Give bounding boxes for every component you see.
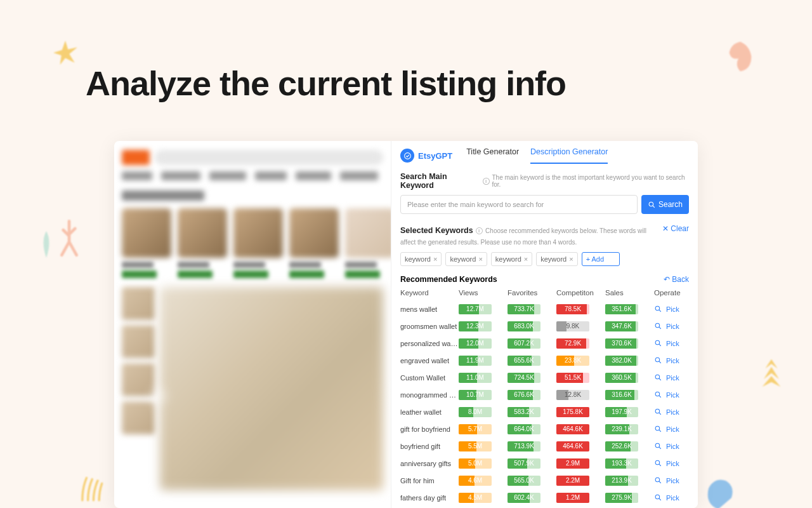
svg-line-2 [653,206,655,208]
keyword-cell: groomsmen wallet [400,323,459,330]
search-icon[interactable] [654,391,662,399]
table-row: fathers day gift4.5M602.4K1.2M275.9KPick [400,489,689,506]
svg-point-23 [655,478,660,482]
keyword-cell: Custom Wallet [400,374,459,382]
keyword-cell: mens wallet [400,305,459,313]
svg-point-0 [404,152,410,159]
close-icon: ✕ [662,224,669,233]
pick-button[interactable]: Pick [666,425,679,433]
table-row: leather wallet8.0M583.2K175.8K197.9KPick [400,403,689,420]
back-button[interactable]: ↶ Back [664,275,689,284]
pick-button[interactable]: Pick [666,460,679,467]
add-keyword-input[interactable]: + Add [582,252,620,266]
search-icon[interactable] [654,476,662,485]
svg-point-19 [655,443,660,448]
keyword-cell: fathers day gift [400,494,459,502]
pick-button[interactable]: Pick [666,408,679,416]
search-icon[interactable] [654,493,662,502]
tab-title-generator[interactable]: Title Generator [466,147,519,164]
svg-line-22 [659,464,661,466]
keyword-chip[interactable]: keyword× [400,252,442,266]
svg-point-21 [655,460,660,465]
pick-button[interactable]: Pick [666,374,679,382]
keyword-chip[interactable]: keyword× [445,252,487,266]
svg-line-10 [659,361,661,363]
table-row: boyfriend gift5.5M713.9K464.6K252.6KPick [400,438,689,455]
search-icon[interactable] [654,373,662,382]
keyword-cell: personalized wallet [400,340,459,347]
search-label: Search Main Keyword i The main keyword i… [400,172,689,190]
pick-button[interactable]: Pick [666,477,679,485]
svg-line-16 [659,413,661,415]
search-icon[interactable] [654,339,662,347]
table-row: groomsmen wallet12.3M683.0K9.8K347.6KPic… [400,318,689,335]
pick-button[interactable]: Pick [666,340,679,347]
pick-button[interactable]: Pick [666,391,679,399]
clear-button[interactable]: ✕ Clear [662,224,689,233]
search-icon[interactable] [654,322,662,330]
svg-point-15 [655,409,660,413]
info-icon: i [476,227,483,234]
etsy-gpt-panel: EtsyGPT Title GeneratorDescription Gener… [391,141,698,508]
etsy-background [114,141,391,508]
pick-button[interactable]: Pick [666,357,679,364]
svg-line-14 [659,396,661,398]
pick-button[interactable]: Pick [666,305,679,313]
keyword-cell: anniversary gifts [400,460,459,467]
info-icon: i [483,178,490,185]
table-header: KeywordViewsFavoritesCompetitonSalesOper… [400,286,689,300]
table-row: Custom Wallet11.0M724.5K51.5K360.5KPick [400,369,689,386]
search-icon[interactable] [654,459,662,467]
svg-line-8 [659,344,661,346]
table-row: anniversary gifts5.0M507.9K2.9M193.3KPic… [400,455,689,472]
keyword-cell: leather wallet [400,408,459,416]
tab-description-generator[interactable]: Description Generator [530,147,608,164]
svg-point-1 [649,202,653,206]
search-icon [648,201,656,209]
keyword-cell: boyfriend gift [400,443,459,450]
tabs: Title GeneratorDescription Generator [466,147,608,164]
svg-point-9 [655,358,660,362]
recommended-title: Recommended Keywords [400,275,497,284]
table-row: mens wallet12.7M733.7K78.5K351.6KPick [400,300,689,318]
svg-point-3 [655,306,660,311]
remove-chip-icon[interactable]: × [433,255,437,263]
table-row: Gift for him4.6M565.0K2.2M213.9KPick [400,472,689,489]
table-row: engraved wallet11.9M655.6K23.8K382.0KPic… [400,352,689,369]
table-row: monogrammed wallet10.7M676.6K12.8K316.6K… [400,386,689,403]
search-button[interactable]: Search [641,195,689,214]
search-icon[interactable] [654,425,662,433]
table-row: gift for boyfriend5.7M664.0K464.6K239.1K… [400,420,689,438]
pick-button[interactable]: Pick [666,494,679,502]
search-icon[interactable] [654,305,662,313]
page-title: Analyze the current listing info [86,64,566,103]
svg-point-11 [655,375,660,379]
undo-icon: ↶ [664,275,670,284]
remove-chip-icon[interactable]: × [478,255,482,263]
svg-line-20 [659,447,661,449]
svg-point-7 [655,340,660,345]
remove-chip-icon[interactable]: × [524,255,528,263]
keyword-chip[interactable]: keyword× [536,252,577,266]
search-icon[interactable] [654,408,662,416]
pick-button[interactable]: Pick [666,443,679,450]
svg-point-13 [655,392,660,396]
keyword-chip[interactable]: keyword× [491,252,532,266]
search-icon[interactable] [654,442,662,450]
svg-line-4 [659,310,661,312]
svg-line-18 [659,430,661,432]
etsy-gpt-logo-icon [400,149,414,163]
pick-button[interactable]: Pick [666,323,679,330]
brand-name: EtsyGPT [418,151,452,161]
search-icon[interactable] [654,356,662,364]
svg-point-5 [655,323,660,328]
svg-line-12 [659,378,661,380]
keyword-cell: gift for boyfriend [400,425,459,433]
svg-line-26 [659,498,661,500]
keyword-cell: engraved wallet [400,357,459,364]
remove-chip-icon[interactable]: × [569,255,573,263]
keyword-cell: monogrammed wallet [400,391,459,399]
table-row: personalized wallet12.0M607.2K72.9K370.6… [400,335,689,352]
search-input[interactable]: Please enter the main keyword to search … [400,195,638,214]
keyword-cell: Gift for him [400,477,459,485]
